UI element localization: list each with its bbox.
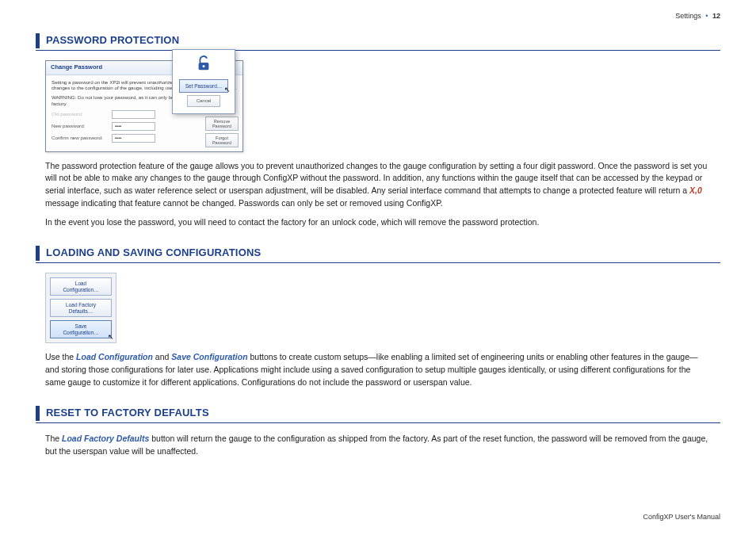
- remove-password-button[interactable]: RemovePassword: [205, 117, 239, 131]
- section-rule: [36, 50, 720, 51]
- set-password-popup: Set Password… ↖ Cancel: [172, 49, 235, 114]
- heading-password-protection: PASSWORD PROTECTION: [36, 33, 720, 48]
- cursor-icon: ↖: [224, 85, 231, 95]
- old-password-label: Old password:: [52, 111, 107, 118]
- error-code: X,0: [689, 185, 702, 195]
- section-rule-3: [36, 422, 720, 423]
- footer-text: ConfigXP User's Manual: [643, 512, 720, 522]
- section-rule-2: [36, 262, 720, 263]
- password-paragraph-1: The password protection feature of the g…: [45, 160, 711, 210]
- section-label: Settings: [675, 12, 701, 20]
- loadsave-paragraph: Use the Load Configuration and Save Conf…: [45, 351, 711, 388]
- set-password-button[interactable]: Set Password… ↖: [179, 79, 228, 93]
- confirm-password-label: Confirm new password:: [52, 135, 107, 142]
- load-config-term: Load Configuration: [76, 352, 153, 361]
- forgot-password-button[interactable]: ForgotPassword: [205, 133, 239, 147]
- unlock-icon: [195, 55, 212, 72]
- page-header: Settings • 12: [675, 11, 720, 21]
- heading-loading-saving: LOADING AND SAVING CONFIGURATIONS: [36, 246, 720, 261]
- confirm-password-field[interactable]: ••••: [112, 134, 155, 143]
- page-number: 12: [712, 12, 720, 20]
- config-buttons-block: LoadConfiguration… Load FactoryDefaults……: [45, 273, 116, 343]
- load-factory-defaults-term: Load Factory Defaults: [62, 434, 149, 443]
- new-password-label: New password:: [52, 123, 107, 130]
- svg-point-1: [203, 65, 205, 67]
- password-paragraph-2: In the event you lose the password, you …: [45, 216, 711, 229]
- old-password-field[interactable]: [112, 110, 155, 119]
- save-config-term: Save Configuration: [171, 352, 247, 361]
- dialog-side-buttons: RemovePassword ForgotPassword: [205, 117, 239, 147]
- header-separator: •: [705, 12, 708, 20]
- new-password-field[interactable]: ••••: [112, 122, 155, 131]
- cancel-button[interactable]: Cancel: [187, 95, 220, 107]
- save-configuration-button[interactable]: SaveConfiguration… ↖: [50, 320, 112, 338]
- reset-paragraph: The Load Factory Defaults button will re…: [45, 433, 711, 458]
- heading-reset-defaults: RESET TO FACTORY DEFAULTS: [36, 406, 720, 421]
- load-factory-defaults-button[interactable]: Load FactoryDefaults…: [50, 299, 112, 317]
- change-password-dialog-wrap: Change Password Setting a password on th…: [45, 60, 243, 152]
- cursor-icon: ↖: [108, 333, 114, 341]
- load-configuration-button[interactable]: LoadConfiguration…: [50, 277, 112, 296]
